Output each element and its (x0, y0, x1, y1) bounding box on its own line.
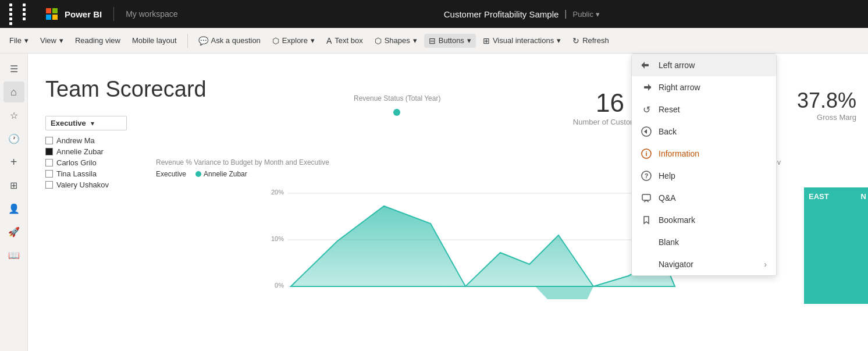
back-icon (641, 126, 652, 137)
refresh-icon: ↻ (572, 36, 579, 45)
help-icon: ? (641, 171, 652, 181)
back-label: Back (659, 127, 677, 136)
sidebar-item-apps[interactable]: ⊞ (3, 175, 24, 196)
dropdown-item-right-arrow[interactable]: Right arrow (632, 76, 776, 98)
sidebar-item-workspaces[interactable]: 🚀 (3, 221, 24, 242)
sidebar-item-metrics[interactable]: 📖 (3, 244, 24, 265)
dropdown-item-left-arrow[interactable]: Left arrow (632, 54, 776, 76)
reset-icon: ↺ (641, 104, 652, 115)
legend-annelie: Annelie Zubar (195, 170, 247, 178)
qa-label: Q&A (659, 193, 676, 203)
secondary-toolbar: File ▾ View ▾ Reading view Mobile layout… (0, 28, 868, 54)
chevron-down-icon: ▾ (311, 36, 315, 45)
right-arrow-label: Right arrow (659, 83, 700, 92)
view-menu-button[interactable]: View ▾ (35, 34, 68, 47)
sidebar-item-shared[interactable]: 👤 (3, 198, 24, 219)
navigator-label: Navigator (659, 260, 693, 269)
reset-label: Reset (659, 105, 680, 114)
gross-margin-value: 37.8% (797, 88, 856, 113)
dropdown-item-navigator[interactable]: Navigator › (632, 253, 776, 275)
top-bar: Power BI My workspace Customer Profitabi… (0, 0, 868, 28)
bookmark-label: Bookmark (659, 215, 695, 225)
left-arrow-label: Left arrow (659, 61, 695, 70)
dropdown-item-help[interactable]: ? Help (632, 165, 776, 187)
reading-view-button[interactable]: Reading view (70, 34, 125, 47)
buttons-button[interactable]: ⊟ Buttons ▾ (424, 34, 476, 48)
divider (113, 7, 114, 21)
help-label: Help (659, 171, 675, 180)
speech-icon: 💬 (198, 36, 208, 45)
chevron-down-icon: ▾ (91, 119, 122, 127)
checkbox-andrew[interactable] (45, 137, 53, 144)
chevron-down-icon: ▾ (467, 36, 471, 45)
buttons-dropdown-menu: Left arrow Right arrow ↺ Reset Back (631, 54, 777, 276)
top-center: Customer Profitability Sample | Public ▾ (185, 9, 859, 19)
checkbox-valery[interactable] (45, 181, 53, 189)
qa-icon (641, 193, 652, 203)
north-region-block: N (853, 187, 868, 304)
textbox-icon: A (326, 36, 332, 45)
dropdown-item-blank[interactable]: Blank (632, 231, 776, 253)
microsoft-logo (46, 8, 58, 20)
dropdown-item-reset[interactable]: ↺ Reset (632, 98, 776, 120)
explore-button[interactable]: ⬡ Explore ▾ (268, 34, 319, 48)
sidebar-item-home[interactable]: ⌂ (3, 81, 24, 102)
chevron-down-icon: ▾ (24, 36, 29, 45)
chevron-down-icon: ▾ (557, 36, 561, 45)
navigator-chevron-icon: › (764, 260, 767, 269)
svg-marker-9 (648, 84, 651, 91)
file-menu-button[interactable]: File ▾ (5, 34, 33, 47)
navigator-icon (641, 259, 652, 270)
shapes-button[interactable]: ⬡ Shapes ▾ (370, 34, 422, 48)
sidebar-item-create[interactable]: + (3, 151, 24, 172)
bookmark-icon (641, 215, 652, 225)
workspace-label[interactable]: My workspace (126, 9, 177, 19)
svg-text:i: i (645, 150, 647, 157)
left-sidebar: ☰ ⌂ ☆ 🕐 + ⊞ 👤 🚀 📖 (0, 54, 28, 351)
legend-executive-label: Executive (156, 170, 186, 178)
dropdown-item-back[interactable]: Back (632, 120, 776, 143)
svg-text:10%: 10% (271, 235, 284, 242)
chart-negative-area (535, 286, 593, 299)
sidebar-item-recent[interactable]: 🕐 (3, 128, 24, 149)
blank-icon (641, 237, 652, 247)
left-arrow-icon (641, 60, 652, 70)
svg-marker-11 (644, 129, 647, 134)
gross-margin-area: 37.8% Gross Marg (797, 88, 856, 122)
revenue-status-label: Revenue Status (Total Year) (354, 94, 440, 102)
blank-label: Blank (659, 237, 679, 247)
dropdown-item-bookmark[interactable]: Bookmark (632, 209, 776, 231)
ask-question-button[interactable]: 💬 Ask a question (194, 34, 265, 48)
grid-icon (9, 3, 34, 25)
svg-marker-7 (642, 62, 645, 69)
checkbox-tina[interactable] (45, 170, 53, 178)
information-label: Information (659, 149, 699, 158)
gross-label: Gross Marg (797, 113, 856, 122)
right-arrow-icon (641, 82, 652, 93)
chart-area-path (291, 206, 675, 286)
textbox-button[interactable]: A Text box (322, 34, 368, 48)
executive-filter-dropdown[interactable]: Executive ▾ (45, 116, 127, 130)
mobile-layout-button[interactable]: Mobile layout (127, 34, 182, 47)
refresh-button[interactable]: ↻ Refresh (568, 34, 614, 48)
checkbox-annelie[interactable] (45, 148, 53, 155)
visibility-badge[interactable]: Public ▾ (572, 10, 599, 19)
chevron-down-icon: ▾ (59, 36, 63, 45)
explore-icon: ⬡ (272, 36, 279, 45)
buttons-icon: ⊟ (429, 36, 436, 45)
sidebar-item-hamburger[interactable]: ☰ (3, 58, 24, 79)
report-title: Customer Profitability Sample (444, 9, 559, 19)
shapes-icon: ⬡ (375, 36, 382, 45)
dropdown-item-qa[interactable]: Q&A (632, 187, 776, 209)
dropdown-item-information[interactable]: i Information (632, 143, 776, 165)
checkbox-carlos[interactable] (45, 159, 53, 166)
powerbi-label: Power BI (65, 9, 102, 19)
chevron-down-icon: ▾ (596, 10, 600, 19)
toolbar-divider (187, 34, 188, 48)
svg-text:?: ? (645, 172, 649, 179)
svg-text:0%: 0% (275, 282, 284, 289)
legend-dot (195, 171, 201, 177)
visual-interactions-button[interactable]: ⊞ Visual interactions ▾ (478, 34, 565, 48)
svg-rect-16 (642, 194, 650, 200)
sidebar-item-favorites[interactable]: ☆ (3, 105, 24, 126)
